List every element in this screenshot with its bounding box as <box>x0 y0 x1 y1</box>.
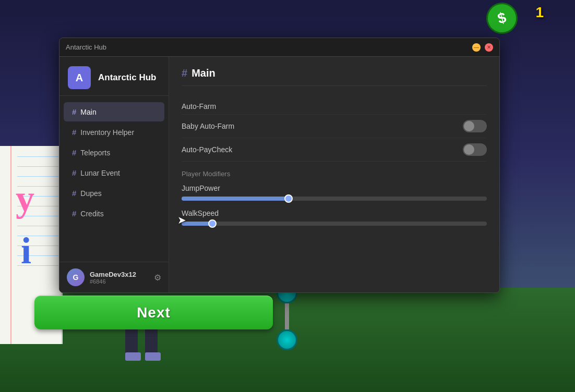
baby-auto-farm-row: Baby Auto-Farm <box>182 115 487 138</box>
content-hash: # <box>182 67 187 79</box>
walk-speed-track[interactable] <box>182 222 487 226</box>
nav-hash-inventory: # <box>72 128 76 137</box>
auto-paychek-row: Auto-PayCheck <box>182 138 487 162</box>
next-button[interactable]: Next <box>34 296 273 329</box>
hub-avatar: A <box>68 66 91 89</box>
user-avatar: G <box>67 268 85 286</box>
auto-paychek-toggle[interactable] <box>463 143 487 156</box>
player-modifiers-label: Player Modifiers <box>182 170 487 178</box>
jump-power-label: JumpPower <box>182 184 487 192</box>
nav-label-credits: Credits <box>80 210 103 218</box>
hub-name: Antarctic Hub <box>98 72 156 83</box>
sidebar-item-lunar-event[interactable]: # Lunar Event <box>64 163 164 182</box>
user-info: GameDev3x12 #6846 <box>90 271 149 285</box>
baby-auto-farm-toggle[interactable] <box>463 120 487 132</box>
sidebar: A Antarctic Hub # Main # Inventory Helpe… <box>59 57 169 292</box>
jump-power-container: JumpPower <box>182 182 487 207</box>
walk-speed-label: WalkSpeed <box>182 209 487 217</box>
user-name: GameDev3x12 <box>90 271 149 278</box>
nav-label-dupes: Dupes <box>80 189 101 198</box>
jump-power-thumb[interactable] <box>284 194 293 203</box>
main-window: Antarctic Hub — ✕ A Antarctic Hub # Main… <box>59 38 500 293</box>
content-title: Main <box>191 67 215 79</box>
jump-power-fill <box>182 197 289 201</box>
nav-hash-dupes: # <box>72 189 76 198</box>
auto-farm-row: Auto-Farm <box>182 96 487 115</box>
sidebar-header: A Antarctic Hub <box>59 57 169 96</box>
nav-label-teleports: Teleports <box>80 149 110 157</box>
settings-icon[interactable]: ⚙ <box>154 273 161 283</box>
baby-auto-farm-label: Baby Auto-Farm <box>182 122 234 130</box>
jump-power-track[interactable] <box>182 197 487 201</box>
notebook-letter-i: i <box>21 229 31 273</box>
window-title: Antarctic Hub <box>66 43 106 51</box>
content-header: # Main <box>182 67 487 86</box>
notebook-letter-y: y <box>16 177 34 220</box>
sidebar-item-teleports[interactable]: # Teleports <box>64 143 164 162</box>
sidebar-item-credits[interactable]: # Credits <box>64 204 164 223</box>
window-body: A Antarctic Hub # Main # Inventory Helpe… <box>59 57 499 292</box>
nav-label-lunar: Lunar Event <box>80 169 120 177</box>
nav-hash-teleports: # <box>72 148 76 157</box>
sidebar-item-main[interactable]: # Main <box>64 102 164 121</box>
money-count: 1 <box>535 4 544 21</box>
auto-farm-label: Auto-Farm <box>182 102 216 111</box>
minimize-button[interactable]: — <box>472 43 481 52</box>
sidebar-item-dupes[interactable]: # Dupes <box>64 183 164 203</box>
user-id: #6846 <box>90 278 149 285</box>
baby-auto-farm-thumb <box>464 121 474 131</box>
title-bar: Antarctic Hub — ✕ <box>59 38 499 57</box>
walk-speed-container: WalkSpeed <box>182 207 487 232</box>
main-content: # Main Auto-Farm Baby Auto-Farm Auto-Pay… <box>169 57 499 292</box>
nav-hash-lunar: # <box>72 168 76 177</box>
nav-hash-credits: # <box>72 209 76 218</box>
nav-label-main: Main <box>80 108 96 116</box>
walk-speed-thumb[interactable] <box>208 219 217 228</box>
sidebar-item-inventory-helper[interactable]: # Inventory Helper <box>64 123 164 142</box>
auto-paychek-thumb <box>464 144 474 155</box>
nav-label-inventory: Inventory Helper <box>80 128 134 137</box>
auto-paychek-label: Auto-PayCheck <box>182 145 232 154</box>
nav-hash-main: # <box>72 107 76 116</box>
nav-list: # Main # Inventory Helper # Teleports # … <box>59 96 169 262</box>
close-button[interactable]: ✕ <box>485 43 493 52</box>
window-controls: — ✕ <box>472 43 493 52</box>
sidebar-footer: G GameDev3x12 #6846 ⚙ <box>59 262 169 292</box>
